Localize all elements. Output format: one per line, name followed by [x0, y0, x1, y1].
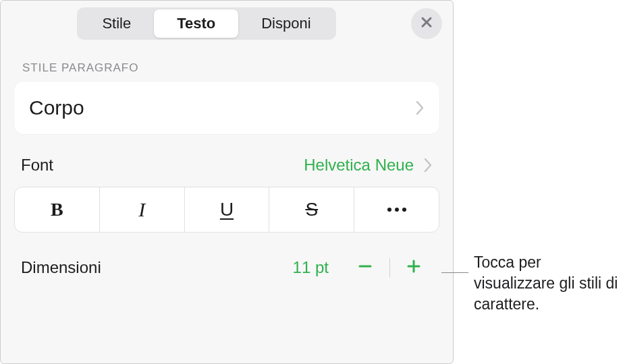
- size-decrease-button[interactable]: [341, 251, 389, 284]
- font-label: Font: [21, 156, 304, 175]
- tab-arrange[interactable]: Disponi: [238, 9, 333, 38]
- size-increase-button[interactable]: [390, 251, 439, 284]
- top-bar: Stile Testo Disponi: [1, 1, 453, 42]
- close-icon: [420, 16, 433, 32]
- strikethrough-button[interactable]: S: [269, 187, 354, 232]
- italic-button[interactable]: I: [100, 187, 185, 232]
- underline-icon: U: [220, 199, 234, 220]
- paragraph-style-card: Corpo: [14, 82, 439, 134]
- size-label: Dimensioni: [21, 258, 293, 277]
- tab-text[interactable]: Testo: [154, 9, 238, 38]
- strikethrough-icon: S: [305, 199, 318, 220]
- section-heading-paragraph-style: STILE PARAGRAFO: [1, 42, 453, 82]
- chevron-right-icon: [415, 100, 425, 116]
- minus-icon: [356, 257, 374, 278]
- segmented-control: Stile Testo Disponi: [77, 7, 335, 40]
- callout-text: Tocca per visualizzare gli stili di cara…: [474, 252, 622, 315]
- bold-button[interactable]: B: [15, 187, 100, 232]
- close-button[interactable]: [411, 8, 442, 39]
- format-panel: Stile Testo Disponi STILE PARAGRAFO Corp…: [0, 0, 454, 364]
- more-icon: [387, 208, 406, 212]
- font-row[interactable]: Font Helvetica Neue: [1, 134, 453, 184]
- size-row: Dimensioni 11 pt: [1, 233, 453, 291]
- more-styles-button[interactable]: [354, 187, 439, 232]
- tab-style[interactable]: Stile: [79, 9, 154, 38]
- callout-leader-line: [441, 272, 468, 273]
- paragraph-style-row[interactable]: Corpo: [14, 82, 439, 134]
- chevron-right-icon: [423, 157, 433, 173]
- size-value: 11 pt: [293, 258, 329, 277]
- callout: Tocca per visualizzare gli stili di cara…: [454, 0, 625, 364]
- paragraph-style-value: Corpo: [29, 96, 415, 119]
- plus-icon: [405, 257, 423, 278]
- text-style-button-group: B I U S: [14, 187, 439, 233]
- size-stepper: [341, 251, 438, 284]
- underline-button[interactable]: U: [185, 187, 270, 232]
- font-value: Helvetica Neue: [304, 156, 414, 175]
